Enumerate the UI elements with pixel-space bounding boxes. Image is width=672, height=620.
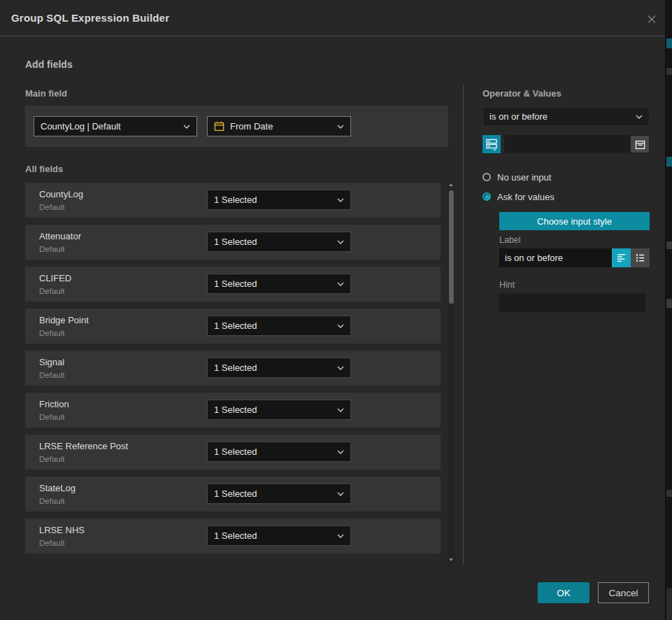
input-type-button[interactable]: [482, 135, 501, 153]
cancel-button[interactable]: Cancel: [598, 582, 649, 603]
chevron-down-icon: [337, 534, 344, 538]
field-name: CLIFED: [39, 273, 71, 283]
background-page-edge: [666, 0, 672, 620]
field-row: StateLog Default 1 Selected: [25, 477, 441, 512]
calendar-icon: [635, 139, 645, 150]
date-value-input[interactable]: [504, 135, 650, 153]
radio-ask-for-values[interactable]: Ask for values: [482, 191, 555, 202]
bullet-list-icon: [635, 253, 645, 263]
column-divider: [463, 84, 464, 565]
ok-button[interactable]: OK: [538, 582, 589, 603]
field-values-select-value: 1 Selected: [214, 446, 331, 457]
field-name: LRSE NHS: [39, 525, 85, 535]
field-values-select[interactable]: 1 Selected: [207, 400, 351, 420]
field-subtype: Default: [39, 329, 64, 337]
chevron-down-icon: [183, 125, 190, 129]
page-fragment: [666, 68, 672, 75]
field-subtype: Default: [39, 287, 64, 295]
scrollbar-thumb[interactable]: [449, 190, 454, 304]
field-name: Bridge Point: [39, 315, 89, 325]
field-row: CLIFED Default 1 Selected: [25, 267, 441, 302]
page-fragment: [666, 299, 672, 308]
field-values-select-value: 1 Selected: [214, 237, 331, 247]
hint-input[interactable]: [499, 293, 645, 312]
operator-select-value: is on or before: [489, 111, 630, 122]
chevron-down-icon: [636, 115, 643, 119]
field-row: Signal Default 1 Selected: [25, 351, 441, 386]
radio-no-user-input[interactable]: No user input: [482, 171, 551, 183]
field-subtype: Default: [39, 203, 64, 211]
operator-select[interactable]: is on or before: [482, 107, 650, 126]
field-values-select[interactable]: 1 Selected: [207, 358, 351, 378]
chevron-down-icon: [337, 492, 344, 496]
single-line-input-style-button[interactable]: [612, 248, 631, 267]
choose-input-style-button[interactable]: Choose input style: [499, 212, 650, 230]
page-fragment: [666, 490, 672, 497]
chevron-down-icon: [337, 125, 344, 129]
field-row: CountyLog Default 1 Selected: [25, 183, 441, 218]
field-name: Friction: [39, 399, 69, 409]
main-field-panel: CountyLog | Default From Date: [25, 106, 448, 147]
radio-selected-icon: [482, 192, 491, 201]
field-name: Attenuator: [39, 231, 81, 241]
list-scrollbar[interactable]: [448, 181, 455, 564]
close-button[interactable]: [643, 10, 661, 28]
layer-select[interactable]: CountyLog | Default: [34, 116, 197, 136]
field-name: CountyLog: [39, 189, 83, 199]
main-field-select-value: From Date: [230, 121, 331, 132]
field-subtype: Default: [39, 371, 64, 379]
field-name: StateLog: [39, 483, 76, 493]
page-fragment: [666, 157, 672, 167]
page-fragment: [666, 588, 672, 620]
field-values-select[interactable]: 1 Selected: [207, 442, 351, 462]
chevron-down-icon: [337, 366, 344, 370]
field-subtype: Default: [39, 497, 64, 505]
layer-select-value: CountyLog | Default: [41, 121, 178, 132]
label-input[interactable]: [499, 248, 612, 267]
field-row: LRSE NHS Default 1 Selected: [25, 519, 441, 554]
date-picker-button[interactable]: [631, 136, 649, 153]
field-values-select-value: 1 Selected: [214, 279, 331, 289]
field-name: LRSE Reference Post: [39, 441, 128, 451]
close-icon: [647, 13, 657, 25]
calendar-icon: [214, 121, 224, 132]
unique-values-icon: [485, 138, 498, 151]
chevron-down-icon: [337, 282, 344, 286]
field-name: Signal: [39, 357, 64, 367]
page-fragment: [666, 38, 672, 48]
field-subtype: Default: [39, 455, 64, 463]
page-fragment: [666, 241, 672, 249]
field-row: Attenuator Default 1 Selected: [25, 225, 441, 260]
field-row: Bridge Point Default 1 Selected: [25, 309, 441, 344]
operator-values-heading: Operator & Values: [482, 88, 562, 99]
all-fields-heading: All fields: [25, 164, 63, 174]
main-field-select[interactable]: From Date: [207, 116, 351, 136]
scroll-up-icon[interactable]: [449, 183, 453, 186]
field-values-select[interactable]: 1 Selected: [207, 526, 351, 546]
main-field-heading: Main field: [25, 88, 67, 99]
field-values-select-value: 1 Selected: [214, 195, 331, 205]
field-subtype: Default: [39, 413, 64, 421]
list-input-style-button[interactable]: [631, 248, 650, 267]
scroll-down-icon[interactable]: [449, 558, 453, 561]
chevron-down-icon: [337, 198, 344, 202]
field-values-select-value: 1 Selected: [214, 362, 331, 373]
field-row: LRSE Reference Post Default 1 Selected: [25, 435, 441, 470]
chevron-down-icon: [337, 450, 344, 454]
field-values-select[interactable]: 1 Selected: [207, 484, 351, 504]
hint-caption: Hint: [499, 280, 515, 290]
dialog-title: Group SQL Expression Builder: [11, 0, 169, 36]
label-caption: Label: [499, 235, 521, 245]
field-values-select[interactable]: 1 Selected: [207, 232, 351, 252]
date-value-field: [504, 135, 650, 153]
field-values-select[interactable]: 1 Selected: [207, 190, 351, 210]
field-row: Friction Default 1 Selected: [25, 393, 441, 428]
align-left-icon: [616, 253, 627, 263]
chevron-down-icon: [337, 240, 344, 244]
group-sql-expression-builder-dialog: Group SQL Expression Builder Add fields …: [0, 0, 666, 620]
radio-icon: [482, 173, 491, 181]
chevron-down-icon: [337, 408, 344, 412]
field-values-select-value: 1 Selected: [214, 404, 331, 415]
field-values-select[interactable]: 1 Selected: [207, 274, 351, 294]
field-values-select[interactable]: 1 Selected: [207, 316, 351, 336]
